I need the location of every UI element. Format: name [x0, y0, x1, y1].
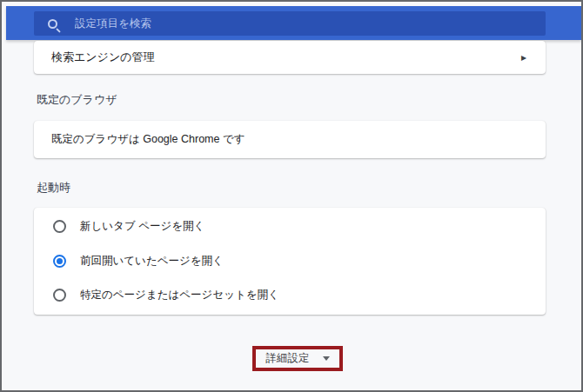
default-browser-status: 既定のブラウザは Google Chrome です	[51, 132, 245, 147]
manage-search-engines-row[interactable]: 検索エンジンの管理 ▸	[34, 41, 546, 74]
default-browser-status-card: 既定のブラウザは Google Chrome です	[34, 121, 546, 158]
startup-option-new-tab[interactable]: 新しいタブ ページを開く	[34, 209, 546, 244]
search-icon	[48, 19, 57, 29]
chevron-right-icon: ▸	[521, 52, 526, 63]
advanced-settings-button[interactable]: 詳細設定	[266, 351, 330, 366]
radio-button-unselected-icon[interactable]	[53, 289, 66, 302]
settings-toolbar	[6, 6, 581, 40]
section-title-startup: 起動時	[37, 180, 70, 196]
startup-option-label: 特定のページまたはページセットを開く	[80, 288, 279, 302]
startup-option-continue[interactable]: 前回開いていたページを開く	[34, 244, 546, 279]
annotation-highlight-box: 詳細設定	[252, 346, 343, 371]
chevron-down-icon	[323, 356, 330, 361]
section-title-default-browser: 既定のブラウザ	[37, 92, 117, 108]
search-input[interactable]	[75, 17, 493, 30]
manage-search-engines-label: 検索エンジンの管理	[51, 50, 155, 65]
settings-search-box[interactable]	[34, 11, 546, 36]
startup-option-label: 前回開いていたページを開く	[80, 254, 224, 269]
startup-option-specific-pages[interactable]: 特定のページまたはページセットを開く	[34, 278, 546, 313]
radio-button-selected-icon[interactable]	[53, 255, 66, 268]
advanced-settings-label: 詳細設定	[266, 351, 310, 366]
startup-options-card: 新しいタブ ページを開く 前回開いていたページを開く 特定のページまたはページセ…	[34, 208, 546, 315]
radio-button-unselected-icon[interactable]	[53, 220, 66, 233]
chrome-settings-page: 検索エンジンの管理 ▸ 既定のブラウザ 既定のブラウザは Google Chro…	[0, 0, 583, 392]
startup-option-label: 新しいタブ ページを開く	[80, 219, 204, 234]
